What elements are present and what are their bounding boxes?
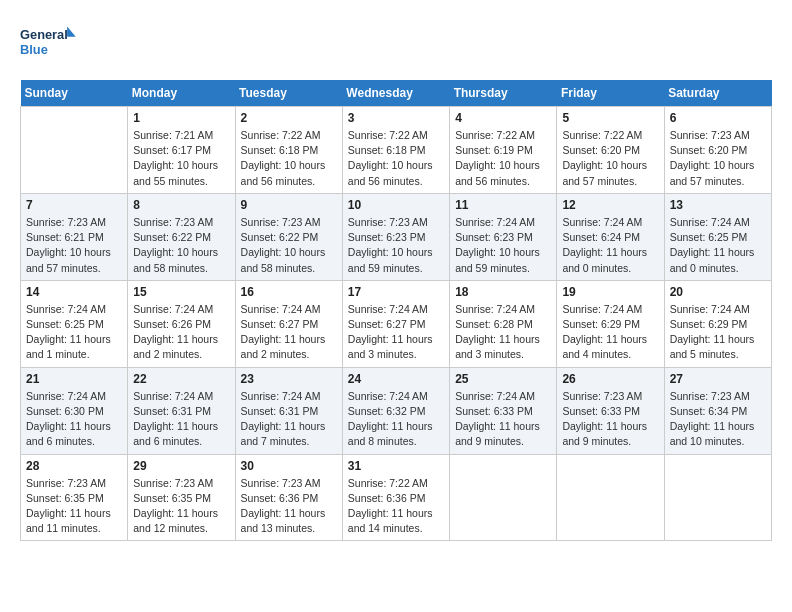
- calendar-cell: 16Sunrise: 7:24 AMSunset: 6:27 PMDayligh…: [235, 280, 342, 367]
- calendar-cell: 21Sunrise: 7:24 AMSunset: 6:30 PMDayligh…: [21, 367, 128, 454]
- weekday-header-wednesday: Wednesday: [342, 80, 449, 107]
- day-number: 25: [455, 372, 551, 386]
- calendar-cell: 1Sunrise: 7:21 AMSunset: 6:17 PMDaylight…: [128, 107, 235, 194]
- calendar-cell: 28Sunrise: 7:23 AMSunset: 6:35 PMDayligh…: [21, 454, 128, 541]
- day-detail: Sunrise: 7:24 AMSunset: 6:31 PMDaylight:…: [133, 389, 229, 450]
- calendar-cell: 5Sunrise: 7:22 AMSunset: 6:20 PMDaylight…: [557, 107, 664, 194]
- calendar-cell: 15Sunrise: 7:24 AMSunset: 6:26 PMDayligh…: [128, 280, 235, 367]
- calendar-cell: 31Sunrise: 7:22 AMSunset: 6:36 PMDayligh…: [342, 454, 449, 541]
- calendar-cell: 7Sunrise: 7:23 AMSunset: 6:21 PMDaylight…: [21, 193, 128, 280]
- day-detail: Sunrise: 7:22 AMSunset: 6:20 PMDaylight:…: [562, 128, 658, 189]
- calendar-cell: 29Sunrise: 7:23 AMSunset: 6:35 PMDayligh…: [128, 454, 235, 541]
- day-number: 16: [241, 285, 337, 299]
- calendar-cell: 2Sunrise: 7:22 AMSunset: 6:18 PMDaylight…: [235, 107, 342, 194]
- day-number: 24: [348, 372, 444, 386]
- calendar-cell: 27Sunrise: 7:23 AMSunset: 6:34 PMDayligh…: [664, 367, 771, 454]
- calendar-cell: 26Sunrise: 7:23 AMSunset: 6:33 PMDayligh…: [557, 367, 664, 454]
- day-detail: Sunrise: 7:24 AMSunset: 6:33 PMDaylight:…: [455, 389, 551, 450]
- day-number: 13: [670, 198, 766, 212]
- day-number: 20: [670, 285, 766, 299]
- weekday-header-tuesday: Tuesday: [235, 80, 342, 107]
- day-number: 9: [241, 198, 337, 212]
- calendar-cell: 9Sunrise: 7:23 AMSunset: 6:22 PMDaylight…: [235, 193, 342, 280]
- day-number: 10: [348, 198, 444, 212]
- weekday-header-friday: Friday: [557, 80, 664, 107]
- calendar-cell: 6Sunrise: 7:23 AMSunset: 6:20 PMDaylight…: [664, 107, 771, 194]
- day-number: 27: [670, 372, 766, 386]
- calendar-cell: 22Sunrise: 7:24 AMSunset: 6:31 PMDayligh…: [128, 367, 235, 454]
- day-detail: Sunrise: 7:23 AMSunset: 6:23 PMDaylight:…: [348, 215, 444, 276]
- calendar-cell: [21, 107, 128, 194]
- weekday-header-monday: Monday: [128, 80, 235, 107]
- day-detail: Sunrise: 7:23 AMSunset: 6:22 PMDaylight:…: [133, 215, 229, 276]
- calendar-cell: [664, 454, 771, 541]
- calendar-cell: 18Sunrise: 7:24 AMSunset: 6:28 PMDayligh…: [450, 280, 557, 367]
- day-detail: Sunrise: 7:23 AMSunset: 6:33 PMDaylight:…: [562, 389, 658, 450]
- day-number: 23: [241, 372, 337, 386]
- svg-text:General: General: [20, 27, 68, 42]
- calendar-cell: 10Sunrise: 7:23 AMSunset: 6:23 PMDayligh…: [342, 193, 449, 280]
- day-number: 17: [348, 285, 444, 299]
- calendar-cell: 25Sunrise: 7:24 AMSunset: 6:33 PMDayligh…: [450, 367, 557, 454]
- calendar-cell: [557, 454, 664, 541]
- day-detail: Sunrise: 7:24 AMSunset: 6:23 PMDaylight:…: [455, 215, 551, 276]
- calendar-cell: 24Sunrise: 7:24 AMSunset: 6:32 PMDayligh…: [342, 367, 449, 454]
- day-number: 26: [562, 372, 658, 386]
- calendar-cell: 11Sunrise: 7:24 AMSunset: 6:23 PMDayligh…: [450, 193, 557, 280]
- day-number: 30: [241, 459, 337, 473]
- calendar-cell: 14Sunrise: 7:24 AMSunset: 6:25 PMDayligh…: [21, 280, 128, 367]
- calendar-table: SundayMondayTuesdayWednesdayThursdayFrid…: [20, 80, 772, 541]
- day-detail: Sunrise: 7:24 AMSunset: 6:27 PMDaylight:…: [348, 302, 444, 363]
- day-number: 22: [133, 372, 229, 386]
- logo-svg: General Blue: [20, 20, 80, 64]
- calendar-cell: 8Sunrise: 7:23 AMSunset: 6:22 PMDaylight…: [128, 193, 235, 280]
- day-detail: Sunrise: 7:24 AMSunset: 6:29 PMDaylight:…: [670, 302, 766, 363]
- day-detail: Sunrise: 7:24 AMSunset: 6:30 PMDaylight:…: [26, 389, 122, 450]
- day-number: 11: [455, 198, 551, 212]
- calendar-cell: 3Sunrise: 7:22 AMSunset: 6:18 PMDaylight…: [342, 107, 449, 194]
- day-detail: Sunrise: 7:23 AMSunset: 6:21 PMDaylight:…: [26, 215, 122, 276]
- day-number: 29: [133, 459, 229, 473]
- calendar-cell: 30Sunrise: 7:23 AMSunset: 6:36 PMDayligh…: [235, 454, 342, 541]
- day-number: 6: [670, 111, 766, 125]
- day-detail: Sunrise: 7:22 AMSunset: 6:19 PMDaylight:…: [455, 128, 551, 189]
- calendar-cell: 20Sunrise: 7:24 AMSunset: 6:29 PMDayligh…: [664, 280, 771, 367]
- day-number: 21: [26, 372, 122, 386]
- day-number: 5: [562, 111, 658, 125]
- calendar-cell: 19Sunrise: 7:24 AMSunset: 6:29 PMDayligh…: [557, 280, 664, 367]
- day-detail: Sunrise: 7:24 AMSunset: 6:27 PMDaylight:…: [241, 302, 337, 363]
- calendar-cell: 17Sunrise: 7:24 AMSunset: 6:27 PMDayligh…: [342, 280, 449, 367]
- day-detail: Sunrise: 7:24 AMSunset: 6:31 PMDaylight:…: [241, 389, 337, 450]
- day-detail: Sunrise: 7:21 AMSunset: 6:17 PMDaylight:…: [133, 128, 229, 189]
- day-number: 3: [348, 111, 444, 125]
- day-number: 14: [26, 285, 122, 299]
- calendar-cell: 4Sunrise: 7:22 AMSunset: 6:19 PMDaylight…: [450, 107, 557, 194]
- day-number: 2: [241, 111, 337, 125]
- calendar-cell: 12Sunrise: 7:24 AMSunset: 6:24 PMDayligh…: [557, 193, 664, 280]
- day-number: 28: [26, 459, 122, 473]
- day-detail: Sunrise: 7:24 AMSunset: 6:32 PMDaylight:…: [348, 389, 444, 450]
- day-number: 15: [133, 285, 229, 299]
- day-detail: Sunrise: 7:24 AMSunset: 6:25 PMDaylight:…: [670, 215, 766, 276]
- day-detail: Sunrise: 7:24 AMSunset: 6:24 PMDaylight:…: [562, 215, 658, 276]
- day-detail: Sunrise: 7:23 AMSunset: 6:36 PMDaylight:…: [241, 476, 337, 537]
- day-detail: Sunrise: 7:23 AMSunset: 6:35 PMDaylight:…: [133, 476, 229, 537]
- day-number: 31: [348, 459, 444, 473]
- svg-marker-2: [67, 27, 76, 37]
- day-number: 1: [133, 111, 229, 125]
- day-number: 18: [455, 285, 551, 299]
- day-detail: Sunrise: 7:23 AMSunset: 6:34 PMDaylight:…: [670, 389, 766, 450]
- day-detail: Sunrise: 7:24 AMSunset: 6:26 PMDaylight:…: [133, 302, 229, 363]
- day-detail: Sunrise: 7:24 AMSunset: 6:29 PMDaylight:…: [562, 302, 658, 363]
- day-detail: Sunrise: 7:22 AMSunset: 6:18 PMDaylight:…: [241, 128, 337, 189]
- day-number: 8: [133, 198, 229, 212]
- day-detail: Sunrise: 7:23 AMSunset: 6:22 PMDaylight:…: [241, 215, 337, 276]
- calendar-cell: 23Sunrise: 7:24 AMSunset: 6:31 PMDayligh…: [235, 367, 342, 454]
- day-detail: Sunrise: 7:23 AMSunset: 6:35 PMDaylight:…: [26, 476, 122, 537]
- day-detail: Sunrise: 7:22 AMSunset: 6:36 PMDaylight:…: [348, 476, 444, 537]
- calendar-cell: [450, 454, 557, 541]
- weekday-header-thursday: Thursday: [450, 80, 557, 107]
- day-number: 19: [562, 285, 658, 299]
- day-number: 12: [562, 198, 658, 212]
- day-detail: Sunrise: 7:22 AMSunset: 6:18 PMDaylight:…: [348, 128, 444, 189]
